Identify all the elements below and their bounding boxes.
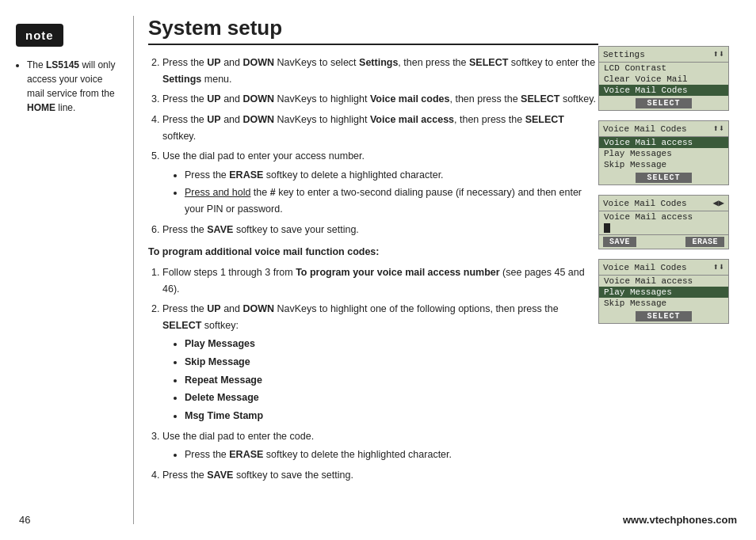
footer-url: www.vtechphones.com [623,514,737,526]
page-footer: 46 www.vtechphones.com [0,514,756,526]
lcd3-erase-btn: ERASE [685,237,724,247]
lcd3-cursor [604,223,610,233]
footer-page-number: 46 [19,514,30,526]
instructions-text: Press the UP and DOWN NavKeys to select … [148,55,598,524]
lcd-screen-4: Voice Mail Codes ⬆⬇ Voice Mail access Pl… [598,259,729,324]
lcd4-row3: Skip Message [599,298,728,309]
lcd-screen-3: Voice Mail Codes ◀▶ Voice Mail access SA… [598,195,729,249]
prog-step-2: Press the UP and DOWN NavKeys to highlig… [162,301,598,424]
prog-step-3a: Press the ERASE softkey to delete the hi… [185,447,598,463]
lcd4-select-bar: SELECT [599,310,728,323]
lcd1-select-bar: SELECT [599,97,728,110]
lcd3-arrow: ◀▶ [713,197,724,209]
opt-skip: Skip Message [185,354,598,371]
lcd3-title: Voice Mail Codes [603,199,687,208]
opt-timestamp: Msg Time Stamp [185,408,598,424]
prog-step-4: Press the SAVE softkey to save the setti… [162,467,598,484]
lcd1-title: Settings [603,50,645,59]
lcd3-cursor-row [599,222,728,234]
lcd2-title-bar: Voice Mail Codes ⬆⬇ [599,121,728,137]
lcd1-row2: Clear Voice Mail [599,74,728,85]
lcd-screen-1: Settings ⬆⬇ LCD Contrast Clear Voice Mai… [598,46,729,111]
sidebar: note The LS5145 will only access your vo… [16,16,119,524]
lcd3-save-btn: SAVE [603,237,636,247]
lcd1-select-btn: SELECT [636,98,691,108]
page-title: System setup [148,16,598,45]
lcd-screens-column: Settings ⬆⬇ LCD Contrast Clear Voice Mai… [598,16,737,524]
lcd4-row1: Voice Mail access [599,276,728,287]
step-5: Use the dial pad to enter your access nu… [162,148,598,218]
program-heading: To program additional voice mail functio… [148,244,598,260]
main-content: System setup Press the UP and DOWN NavKe… [148,16,598,524]
prog-step-1: Follow steps 1 through 3 from To program… [162,264,598,297]
lcd3-title-bar: Voice Mail Codes ◀▶ [599,196,728,211]
lcd4-arrow: ⬆⬇ [713,261,724,273]
opt-play: Play Messages [185,336,598,352]
lcd2-row3: Skip Message [599,159,728,170]
note-label: note [16,24,63,47]
lcd2-arrow: ⬆⬇ [713,123,724,135]
lcd1-title-bar: Settings ⬆⬇ [599,47,728,63]
opt-delete: Delete Message [185,390,598,406]
prog-step-3: Use the dial pad to enter the code. Pres… [162,428,598,463]
lcd1-row1: LCD Contrast [599,63,728,74]
lcd4-title-bar: Voice Mail Codes ⬆⬇ [599,260,728,276]
lcd1-row3: Voice Mail Codes [599,85,728,96]
sidebar-note: The LS5145 will only access your voice m… [16,58,119,115]
lcd2-row2: Play Messages [599,148,728,159]
step-5b: Press and hold the # key to enter a two-… [185,184,598,217]
lcd2-select-bar: SELECT [599,171,728,184]
lcd2-select-btn: SELECT [636,173,691,183]
step-4: Press the UP and DOWN NavKeys to highlig… [162,112,598,144]
step-6: Press the SAVE softkey to save your sett… [162,222,598,238]
step-2: Press the UP and DOWN NavKeys to select … [162,55,598,87]
step-3: Press the UP and DOWN NavKeys to highlig… [162,91,598,108]
lcd-screen-2: Voice Mail Codes ⬆⬇ Voice Mail access Pl… [598,120,729,185]
lcd3-row1: Voice Mail access [599,211,728,222]
opt-repeat: Repeat Message [185,372,598,389]
lcd3-bottom-bar: SAVE ERASE [599,234,728,249]
lcd4-select-btn: SELECT [636,311,691,321]
lcd4-title: Voice Mail Codes [603,263,687,272]
lcd4-row2: Play Messages [599,287,728,298]
step-5a: Press the ERASE softkey to delete a high… [185,167,598,184]
lcd1-arrow: ⬆⬇ [713,48,724,60]
lcd2-row1: Voice Mail access [599,137,728,148]
sidebar-divider [133,16,134,524]
lcd2-title: Voice Mail Codes [603,124,687,134]
